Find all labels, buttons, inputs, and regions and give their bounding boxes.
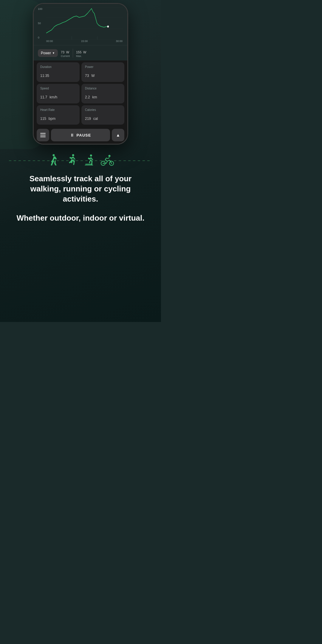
current-power-label: Current [61, 55, 70, 58]
stat-card-distance: Distance 2.2 km [81, 84, 124, 103]
menu-button[interactable] [37, 129, 49, 141]
activity-section: Seamlessly track all of your walking, ru… [0, 145, 161, 223]
menu-icon-2 [40, 135, 46, 135]
svg-point-9 [90, 154, 92, 157]
walking-icon [45, 153, 63, 168]
svg-point-7 [52, 154, 55, 156]
chart-y-label-100: 100 [38, 7, 42, 10]
main-content: 100 50 0 [0, 0, 161, 322]
menu-icon-3 [40, 137, 46, 137]
stat-label-heartrate: Heart Rate [40, 108, 76, 112]
svg-point-16 [111, 163, 112, 164]
stat-label-speed: Speed [40, 87, 76, 90]
stat-label-power: Power [85, 65, 121, 69]
svg-rect-10 [85, 164, 93, 165]
up-button[interactable]: ▲ [112, 129, 124, 141]
power-divider [73, 49, 73, 58]
stat-card-calories: Calories 219 cal [81, 105, 124, 125]
chart-x-label-15: 15:00 [81, 40, 88, 43]
chart-x-label-30: 30:00 [116, 40, 123, 43]
svg-rect-11 [85, 165, 93, 165]
chart-x-label-0: 00:00 [46, 40, 53, 43]
stat-value-duration: 11:35 [40, 70, 76, 79]
treadmill-icon [80, 153, 98, 168]
power-row: Power ▼ 73 W Current 155 W Max. [34, 45, 127, 61]
chart-y-label-50: 50 [38, 22, 42, 25]
up-arrow-icon: ▲ [116, 133, 120, 137]
stat-label-distance: Distance [85, 87, 121, 90]
stat-card-duration: Duration 11:35 [37, 62, 80, 82]
phone-mockup: 100 50 0 [33, 3, 128, 145]
power-selector-button[interactable]: Power ▼ [38, 49, 58, 57]
headline-text: Seamlessly track all of your walking, ru… [9, 174, 152, 204]
chart-area: 100 50 0 [34, 4, 127, 45]
menu-icon [40, 133, 46, 134]
chart-x-labels: 00:00 15:00 30:00 [38, 40, 123, 43]
power-chart: 100 50 0 [38, 7, 123, 40]
stat-card-speed: Speed 11.7 km/h [37, 84, 80, 103]
current-power-stat: 73 W Current [61, 48, 70, 58]
chart-y-label-0: 0 [38, 36, 42, 39]
svg-point-15 [103, 163, 104, 164]
running-icon [63, 153, 80, 168]
cycling-icon [98, 153, 116, 168]
stat-label-duration: Duration [40, 65, 76, 69]
pause-icon: ⏸ [70, 133, 74, 137]
max-power-label: Max. [76, 55, 86, 58]
stat-value-distance: 2.2 km [85, 91, 121, 100]
max-power-stat: 155 W Max. [76, 48, 86, 58]
chevron-down-icon: ▼ [52, 52, 55, 55]
stat-card-power: Power 73 W [81, 62, 124, 82]
chart-svg [46, 7, 123, 40]
stat-value-power: 73 W [85, 70, 121, 79]
stat-card-heartrate: Heart Rate 115 bpm [37, 105, 80, 125]
stat-value-heartrate: 115 bpm [40, 113, 76, 122]
max-power-value: 155 W [76, 48, 86, 54]
stat-value-speed: 11.7 km/h [40, 91, 76, 100]
stat-value-calories: 219 cal [85, 113, 121, 122]
stats-grid: Duration 11:35 Power 73 W Speed 11.7 km/… [34, 61, 127, 126]
bottom-controls: ⏸ PAUSE ▲ [34, 126, 127, 144]
pause-button[interactable]: ⏸ PAUSE [51, 129, 110, 141]
power-selector-label: Power [41, 51, 51, 55]
subheadline-text: Whether outdoor, indoor or virtual. [11, 213, 151, 223]
current-power-value: 73 W [61, 48, 70, 54]
svg-point-12 [109, 155, 111, 157]
svg-point-8 [72, 154, 74, 156]
pause-label: PAUSE [77, 133, 91, 137]
stat-label-calories: Calories [85, 108, 121, 112]
activity-icons-row [9, 153, 152, 168]
svg-point-6 [107, 26, 109, 28]
